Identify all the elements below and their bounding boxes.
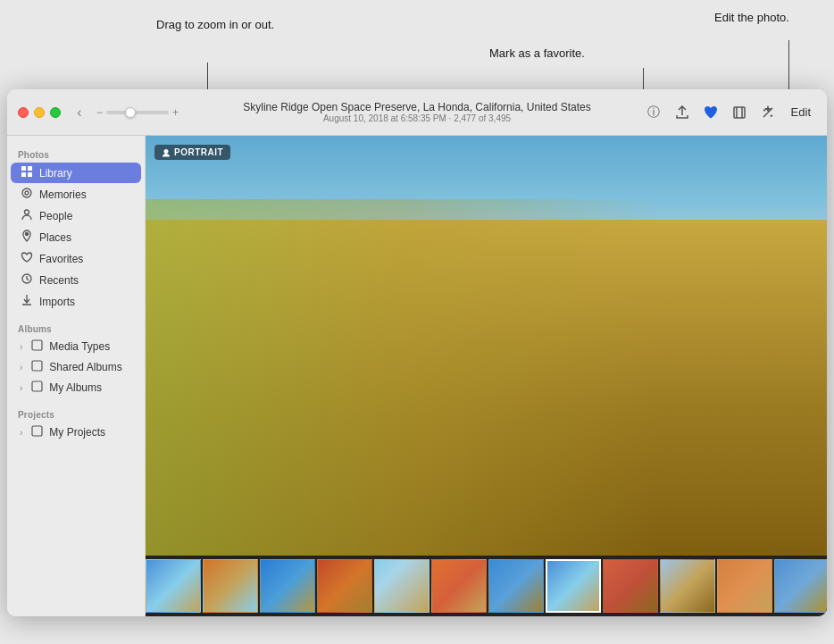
sidebar-item-memories[interactable]: Memories	[11, 184, 141, 205]
filmstrip-thumb-9[interactable]	[660, 559, 715, 613]
recents-icon	[20, 272, 34, 288]
imports-icon	[20, 294, 34, 309]
svg-rect-15	[32, 426, 42, 436]
svg-rect-12	[32, 340, 42, 350]
svg-point-8	[25, 191, 29, 195]
photo-background	[146, 136, 827, 556]
zoom-slider-container[interactable]: − +	[96, 106, 179, 119]
albums-section-label: Albums	[7, 317, 145, 336]
traffic-lights	[18, 107, 61, 118]
my-projects-label: My Projects	[49, 426, 132, 439]
svg-point-9	[25, 210, 29, 214]
sidebar-item-library[interactable]: Library	[11, 163, 141, 183]
mark-favorite-annotation: Mark as a favorite.	[489, 45, 585, 63]
titlebar: ‹ − + Skyline Ridge Open Space Preserve,…	[7, 89, 827, 136]
places-icon	[20, 230, 34, 245]
photos-section-label: Photos	[7, 143, 145, 162]
sidebar-item-recents[interactable]: Recents	[11, 270, 141, 290]
filmstrip-thumb-5[interactable]	[431, 559, 487, 613]
my-albums-label: My Albums	[49, 381, 132, 394]
library-icon	[20, 165, 34, 180]
close-button[interactable]	[18, 107, 29, 118]
filmstrip-thumb-1[interactable]	[203, 559, 258, 613]
media-types-label: Media Types	[49, 340, 132, 353]
edit-button[interactable]: Edit	[786, 104, 816, 121]
filmstrip-thumb-0[interactable]	[146, 559, 201, 613]
my-projects-disclosure: ›	[20, 428, 22, 438]
recents-label: Recents	[39, 274, 132, 287]
crop-button[interactable]	[729, 102, 750, 123]
filmstrip[interactable]	[146, 556, 827, 616]
projects-section-label: Projects	[7, 403, 145, 422]
main-window: ‹ − + Skyline Ridge Open Space Preserve,…	[7, 89, 827, 616]
places-label: Places	[39, 231, 132, 244]
drag-zoom-annotation: Drag to zoom in or out.	[156, 16, 274, 34]
main-photo[interactable]: PORTRAIT	[146, 136, 827, 556]
shared-albums-disclosure: ›	[20, 363, 22, 372]
sidebar-item-shared-albums[interactable]: › Shared Albums	[11, 357, 141, 377]
zoom-slider[interactable]	[106, 111, 169, 114]
info-button[interactable]: ⓘ	[643, 102, 664, 123]
sidebar-item-imports[interactable]: Imports	[11, 291, 141, 312]
photo-title: Skyline Ridge Open Space Preserve, La Ho…	[243, 101, 591, 113]
imports-label: Imports	[39, 296, 132, 308]
filmstrip-thumb-10[interactable]	[717, 559, 772, 613]
svg-rect-14	[32, 381, 42, 391]
sidebar-item-favorites[interactable]: Favorites	[11, 248, 141, 269]
photo-subtitle: August 10, 2018 at 6:58:35 PM · 2,477 of…	[243, 113, 591, 123]
zoom-minus-icon: −	[96, 106, 103, 119]
filmstrip-thumb-2[interactable]	[260, 559, 315, 613]
svg-rect-6	[28, 172, 32, 177]
filmstrip-thumb-6[interactable]	[488, 559, 544, 613]
edit-photo-annotation: Edit the photo.	[714, 9, 789, 27]
media-types-icon	[29, 339, 44, 354]
photo-area: PORTRAIT	[146, 136, 827, 616]
svg-rect-5	[21, 172, 26, 177]
sidebar-item-people[interactable]: People	[11, 205, 141, 226]
maximize-button[interactable]	[50, 107, 61, 118]
sidebar-item-media-types[interactable]: › Media Types	[11, 337, 141, 356]
svg-rect-0	[734, 107, 745, 118]
svg-rect-13	[32, 361, 42, 371]
filmstrip-thumb-3[interactable]	[317, 559, 372, 613]
magic-button[interactable]	[757, 102, 779, 123]
zoom-thumb[interactable]	[125, 107, 136, 118]
memories-icon	[20, 187, 34, 202]
people-label: People	[39, 210, 132, 222]
portrait-badge: PORTRAIT	[154, 145, 230, 160]
favorite-button[interactable]	[700, 102, 721, 123]
share-button[interactable]	[671, 102, 693, 123]
sidebar: Photos Library	[7, 136, 146, 616]
content-area: Photos Library	[7, 136, 827, 616]
zoom-plus-icon: +	[172, 106, 179, 119]
title-info: Skyline Ridge Open Space Preserve, La Ho…	[243, 101, 591, 123]
toolbar-actions: ⓘ	[643, 102, 816, 123]
my-albums-icon	[29, 381, 44, 395]
grass-left	[146, 199, 659, 556]
shared-albums-label: Shared Albums	[49, 361, 132, 373]
portrait-icon	[162, 148, 171, 157]
my-projects-icon	[29, 425, 44, 439]
svg-rect-3	[21, 166, 26, 171]
sidebar-item-places[interactable]: Places	[11, 227, 141, 247]
back-button[interactable]: ‹	[70, 103, 89, 122]
filmstrip-thumb-11[interactable]	[774, 559, 827, 613]
minimize-button[interactable]	[34, 107, 45, 118]
media-types-disclosure: ›	[20, 342, 22, 352]
library-label: Library	[39, 167, 132, 180]
sidebar-item-my-projects[interactable]: › My Projects	[11, 422, 141, 442]
favorites-label: Favorites	[39, 253, 132, 265]
my-albums-disclosure: ›	[20, 383, 22, 393]
svg-rect-4	[28, 166, 32, 171]
favorites-icon	[20, 251, 34, 266]
people-icon	[20, 208, 34, 223]
sidebar-item-my-albums[interactable]: › My Albums	[11, 378, 141, 397]
filmstrip-thumb-4[interactable]	[374, 559, 430, 613]
shared-albums-icon	[29, 360, 44, 374]
filmstrip-thumb-7[interactable]	[546, 559, 601, 613]
svg-point-10	[26, 233, 29, 236]
filmstrip-thumb-8[interactable]	[603, 559, 658, 613]
memories-label: Memories	[39, 188, 132, 201]
svg-point-7	[22, 188, 31, 197]
